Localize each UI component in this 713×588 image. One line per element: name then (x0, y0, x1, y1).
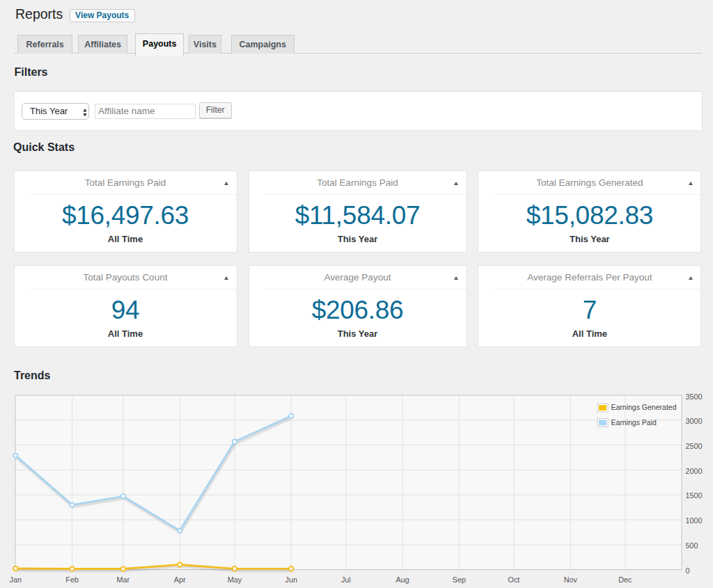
svg-text:Jan: Jan (10, 575, 22, 584)
svg-text:May: May (228, 575, 242, 584)
svg-text:Sep: Sep (453, 575, 466, 584)
svg-text:Dec: Dec (618, 575, 632, 584)
svg-text:2000: 2000 (686, 467, 703, 475)
svg-text:500: 500 (686, 541, 698, 550)
svg-text:Mar: Mar (117, 575, 130, 584)
svg-text:2500: 2500 (686, 442, 703, 450)
svg-text:Apr: Apr (174, 575, 186, 584)
svg-text:1500: 1500 (686, 491, 703, 500)
svg-text:Nov: Nov (564, 575, 578, 584)
svg-text:3500: 3500 (686, 392, 703, 401)
svg-text:Oct: Oct (508, 575, 520, 584)
svg-text:Feb: Feb (65, 575, 79, 584)
svg-text:Earnings Paid: Earnings Paid (611, 418, 657, 427)
svg-text:1000: 1000 (686, 516, 703, 525)
svg-text:3000: 3000 (686, 417, 703, 425)
svg-text:Jun: Jun (285, 575, 297, 584)
svg-text:0: 0 (686, 566, 690, 575)
svg-text:Jul: Jul (341, 575, 351, 584)
svg-text:Aug: Aug (395, 575, 409, 584)
svg-text:Earnings Generated: Earnings Generated (611, 403, 677, 411)
